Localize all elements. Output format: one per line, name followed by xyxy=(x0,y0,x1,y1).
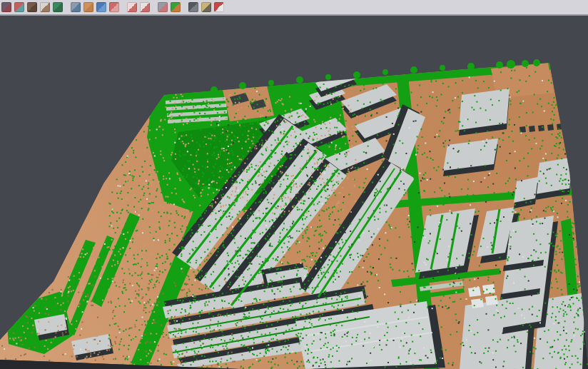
flag-stripes-icon[interactable] xyxy=(214,2,224,12)
filter-cell-icon[interactable] xyxy=(158,2,168,12)
toolbar-icon-group xyxy=(0,0,227,14)
3d-viewport[interactable] xyxy=(0,16,588,369)
align-register-icon[interactable] xyxy=(14,2,24,12)
toolbar xyxy=(0,0,588,16)
open-file-icon[interactable] xyxy=(1,2,11,12)
sparse-points-icon[interactable] xyxy=(40,2,50,12)
classification-colors-icon[interactable] xyxy=(171,2,181,12)
crop-brackets-icon[interactable] xyxy=(140,2,150,12)
layers-red-icon[interactable] xyxy=(109,2,119,12)
application-window xyxy=(0,0,588,369)
point-cloud-canvas[interactable] xyxy=(0,16,588,369)
column-sample-icon[interactable] xyxy=(71,2,81,12)
ortho-tile-icon[interactable] xyxy=(83,2,93,12)
globe-icon[interactable] xyxy=(96,2,106,12)
measure-tan-icon[interactable] xyxy=(201,2,211,12)
terrain-mound-icon[interactable] xyxy=(27,2,37,12)
green-surface-icon[interactable] xyxy=(53,2,63,12)
target-circle-icon[interactable] xyxy=(127,2,137,12)
camera-capture-icon[interactable] xyxy=(188,2,198,12)
